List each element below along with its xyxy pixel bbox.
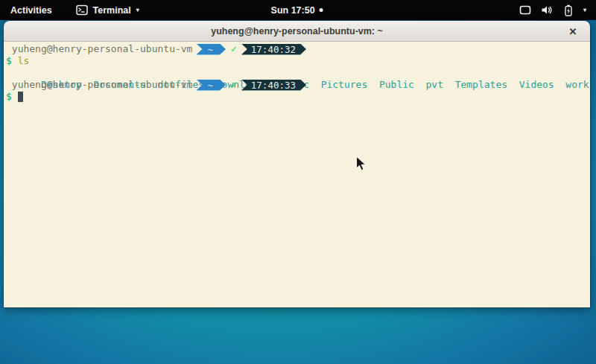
battery-charging-icon	[563, 4, 574, 16]
app-menu-label: Terminal	[93, 5, 131, 16]
desktop: { "topbar": { "activities": "Activities"…	[0, 0, 596, 364]
window-title: yuheng@henry-personal-ubuntu-vm: ~	[211, 26, 383, 36]
system-tray-menu[interactable]: ▾	[510, 0, 596, 20]
window-titlebar[interactable]: yuheng@henry-personal-ubuntu-vm: ~ ✕	[4, 21, 590, 42]
prompt-status-ok-icon: ✓	[231, 79, 237, 91]
terminal-cursor	[18, 92, 24, 102]
close-icon: ✕	[569, 26, 577, 37]
prompt-line: yuheng@henry-personal-ubuntu-vm ~ ✓ 17:4…	[6, 43, 588, 55]
directory-entry: Templates	[455, 79, 507, 90]
prompt-time-segment: 17:40:32	[241, 44, 306, 55]
volume-icon	[541, 4, 554, 16]
close-button[interactable]: ✕	[563, 21, 583, 42]
directory-entry: Public	[379, 79, 414, 90]
top-bar: Activities Terminal ▾ Sun 17:50	[0, 0, 596, 20]
clock-label: Sun 17:50	[271, 5, 315, 16]
terminal-app-icon	[76, 4, 88, 16]
screen-share-icon	[519, 4, 531, 16]
spacer	[12, 55, 18, 67]
terminal-window: yuheng@henry-personal-ubuntu-vm: ~ ✕ yuh…	[4, 21, 590, 307]
directory-entry: pvt	[426, 79, 443, 90]
chevron-down-icon: ▾	[136, 7, 139, 13]
prompt-symbol: $	[6, 55, 12, 67]
directory-entry: workspace	[565, 79, 590, 90]
prompt-time-segment: 17:40:33	[241, 80, 306, 91]
prompt-symbol: $	[6, 91, 12, 103]
command-text: ls	[18, 55, 30, 67]
prompt-cwd-segment: ~	[196, 44, 226, 55]
prompt-user-host: yuheng@henry-personal-ubuntu-vm	[12, 43, 193, 55]
directory-entry: Pictures	[321, 79, 368, 90]
prompt-user-host: yuheng@henry-personal-ubuntu-vm	[12, 79, 193, 91]
terminal-screen[interactable]: yuheng@henry-personal-ubuntu-vm ~ ✓ 17:4…	[4, 42, 590, 307]
app-menu-terminal[interactable]: Terminal ▾	[69, 0, 147, 20]
ls-output-line: DesktopDocumentsdotfilesDownloadsMusicPi…	[6, 67, 588, 79]
directory-entry: Videos	[519, 79, 554, 90]
prompt-status-ok-icon: ✓	[231, 43, 237, 55]
clock-menu[interactable]: Sun 17:50	[271, 0, 323, 20]
input-line[interactable]: $	[6, 91, 588, 103]
command-line: $ ls	[6, 55, 588, 67]
notification-dot-icon	[320, 8, 323, 12]
activities-button[interactable]: Activities	[0, 0, 63, 20]
chevron-down-icon: ▾	[583, 7, 586, 13]
